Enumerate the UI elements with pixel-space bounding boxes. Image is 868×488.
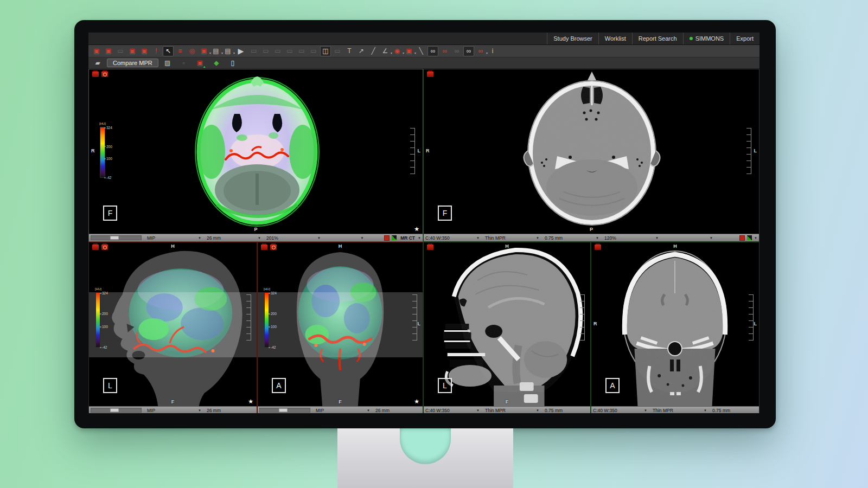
chevron-down-icon: ▼ [704,409,707,412]
series-layout-icon[interactable]: ▣ [91,46,102,56]
chevron-down-icon: ▼ [536,236,539,240]
slice-slider[interactable] [91,408,142,413]
slice-slider[interactable] [259,408,310,413]
user-status-dot-icon [690,37,693,40]
measure-line-icon[interactable]: ╱ [368,46,379,56]
link-options-icon[interactable]: ∞▾ [475,46,486,56]
statusbar-dropdown-2[interactable]: 201%▼ [266,235,325,241]
film-export-icon[interactable]: ▣▾ [404,46,414,56]
top-menu-bar: Study Browser Worklist Report Search SIM… [88,33,760,45]
dual-window-icon[interactable]: ◫ [320,46,331,56]
text-annotation-icon[interactable]: T [344,46,355,56]
statusbar-value: MIP [147,235,155,241]
statusbar-dropdown-2[interactable]: 0.75 mm▼ [545,235,603,241]
viewport-fused-coronal[interactable]: HFL[HU]324200100-42A★ MIP▼26 mm▼238%▼▼MR… [257,242,423,413]
close-patient-icon[interactable]: ▣ [103,46,114,56]
statusbar-ct-axial[interactable]: C:40 W:350▼Thin MPR▼0.75 mm▼120%▼▼▼ [424,234,759,241]
chevron-down-icon: ▼ [317,236,321,240]
preset-dropdown-icon[interactable]: ▼ [360,236,363,240]
statusbar-fused-sagittal[interactable]: MIP▼26 mm▼238%▼▼MR CT▼ [89,406,257,413]
import-snapshot-icon[interactable]: ▣ [195,58,206,68]
slice-slider[interactable] [91,235,142,240]
statusbar-dropdown-0[interactable]: MIP▼ [316,408,374,413]
patient-record-icon[interactable]: ▯ [227,58,238,68]
document-icon: ▭ [115,46,126,56]
viewport-ct-sagittal[interactable]: HFL C:40 W:350▼Thin MPR▼0.75 mm▼142%▼▼▼ [423,242,591,413]
edit-annotation-icon[interactable]: ▰ [92,58,103,68]
info-icon[interactable]: i [487,46,498,56]
chevron-down-icon: ▼ [644,409,647,412]
segment-brush-icon[interactable]: ▤▾ [222,46,233,56]
statusbar-menu-icon[interactable]: ▼ [754,236,757,240]
compare-mpr-button[interactable]: Compare MPR [107,59,158,67]
link-all-icon[interactable]: ∞ [463,46,474,56]
menu-report-search[interactable]: Report Search [632,33,683,44]
unload-study-icon[interactable]: ▣ [139,46,150,56]
link-series-icon[interactable]: ∞ [427,46,438,56]
windowing-icon[interactable]: ◎ [187,46,197,56]
fused-axial-image [89,69,423,234]
snapshot-icon[interactable]: ◉▾ [392,46,403,56]
marker-alert-icon[interactable]: ! [151,46,162,56]
arrow-annotation-icon[interactable]: ↗ [356,46,367,56]
statusbar-dropdown-1[interactable]: Thin MPR▼ [485,408,544,413]
statusbar-dropdown-1[interactable]: Thin MPR▼ [485,235,544,241]
statusbar-dropdown-0[interactable]: MIP▼ [147,235,206,241]
statusbar-value: C:40 W:350 [425,235,450,241]
slider-handle[interactable] [110,408,119,412]
stack-scroll-icon[interactable]: ≡ [175,46,186,56]
statusbar-value: 26 mm [375,408,390,413]
statusbar-value: 0.75 mm [545,408,563,413]
statusbar-value: C:40 W:350 [425,408,450,413]
scroll-layout-icon[interactable]: ▣▾ [199,46,209,56]
statusbar-menu-icon[interactable]: ▼ [418,236,421,240]
statusbar-dropdown-0[interactable]: MIP▼ [147,408,206,413]
statusbar-dropdown-3[interactable]: 120%▼ [604,235,663,241]
chevron-down-icon: ▼ [476,236,480,240]
chevron-down-icon: ▼ [258,236,261,240]
menu-worklist[interactable]: Worklist [598,33,632,44]
play-cine-icon[interactable]: ▶ [234,46,247,56]
pointer-tool-icon[interactable]: ↖ [163,46,174,56]
statusbar-ct-coronal[interactable]: C:40 W:350▼Thin MPR▼0.75 mm▼142%▼▼▼ [591,406,759,413]
statusbar-fused-coronal[interactable]: MIP▼26 mm▼238%▼▼MR CT▼ [258,406,423,413]
statusbar-dropdown-1[interactable]: Thin MPR▼ [653,408,711,413]
statusbar-dropdown-0[interactable]: C:40 W:350▼ [425,408,484,413]
statusbar-dropdown-0[interactable]: C:40 W:350▼ [593,408,652,413]
save-window-icon: ▭ [332,46,343,56]
slider-handle[interactable] [110,236,119,240]
slider-handle[interactable] [279,408,288,412]
preset-dropdown-icon[interactable]: ▼ [710,236,713,240]
measure-angle-icon[interactable]: ∠▾ [380,46,391,56]
viewport-fused-axial[interactable]: PRL[HU]324200100-42F★ MIP▼26 mm▼201%▼▼MR… [88,69,423,242]
workflow-toolbar: ▰ Compare MPR ▨▫▣◆▯ [88,57,760,69]
workflow-pre-icons: ▰ [92,58,104,68]
statusbar-value: Thin MPR [485,408,506,413]
statusbar-dropdown-1[interactable]: 26 mm▼ [207,408,265,413]
menu-study-browser[interactable]: Study Browser [547,33,598,44]
ct-sagittal-image [424,242,590,406]
menu-user-simmons[interactable]: SIMMONS [683,33,730,44]
clip-icon: ▭ [296,46,307,56]
statusbar-value: 0.75 mm [545,235,563,241]
annotate-image-icon[interactable]: ▨ [162,58,173,68]
monitor: Study Browser Worklist Report Search SIM… [74,20,776,428]
viewport-ct-axial[interactable]: PRLF C:40 W:350▼Thin MPR▼0.75 mm▼120%▼▼▼ [423,69,760,242]
fused-coronal-image [258,242,423,406]
export-mesh-icon[interactable]: ◆ [211,58,222,68]
load-study-icon[interactable]: ▣ [127,46,138,56]
statusbar-fused-axial[interactable]: MIP▼26 mm▼201%▼▼MR CT▼ [89,234,423,241]
statusbar-dropdown-1[interactable]: 26 mm▼ [207,235,265,241]
statusbar-dropdown-2[interactable]: 0.75 mm▼ [712,408,760,413]
series-color-icon [384,235,390,241]
statusbar-ct-sagittal[interactable]: C:40 W:350▼Thin MPR▼0.75 mm▼142%▼▼▼ [424,406,590,413]
pencil-tool-icon[interactable]: ╲ [416,46,426,56]
image-layout-icon[interactable]: ▤▾ [210,46,221,56]
menu-export[interactable]: Export [730,33,760,44]
monitor-stand-cutout [400,428,451,464]
sync-position-icon[interactable]: ∞ [439,46,450,56]
split-view-icon: ▭ [260,46,271,56]
statusbar-dropdown-0[interactable]: C:40 W:350▼ [425,235,484,241]
viewport-ct-coronal[interactable]: HRLA C:40 W:350▼Thin MPR▼0.75 mm▼142%▼▼▼ [591,242,760,413]
viewport-fused-sagittal[interactable]: HF[HU]324200100-42L★ MIP▼26 mm▼238%▼▼MR … [88,242,257,413]
